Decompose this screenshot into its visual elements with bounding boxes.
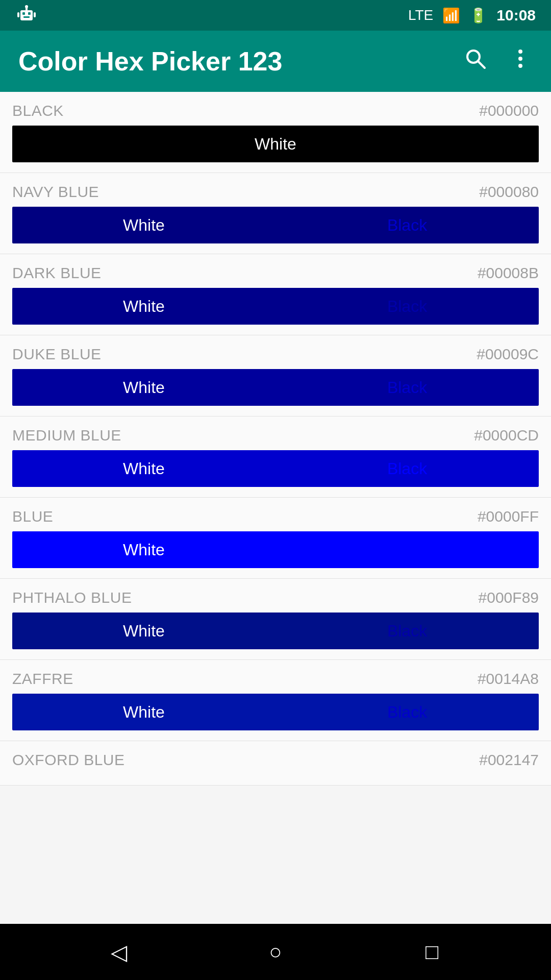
color-name: OXFORD BLUE	[12, 751, 125, 769]
recent-button[interactable]: □	[412, 932, 453, 972]
color-swatch: WhiteBlack	[12, 531, 539, 568]
swatch-text-white: White	[12, 694, 276, 730]
svg-point-12	[518, 64, 522, 68]
home-button[interactable]: ○	[255, 932, 296, 972]
color-header: NAVY BLUE#000080	[12, 183, 539, 201]
color-swatch: WhiteBlack	[12, 694, 539, 730]
swatch-text-black: Black	[276, 450, 539, 487]
color-swatch: WhiteBlack	[12, 207, 539, 243]
color-header: MEDIUM BLUE#0000CD	[12, 427, 539, 444]
status-bar-left	[15, 3, 38, 28]
app-title: Color Hex Picker 123	[18, 46, 463, 77]
battery-icon: 🔋	[469, 7, 487, 24]
color-swatch: WhiteBlack	[12, 450, 539, 487]
swatch-text-white: White	[12, 126, 539, 162]
color-header: BLACK#000000	[12, 102, 539, 119]
color-hex: #000F89	[479, 589, 539, 606]
app-bar-actions	[463, 46, 533, 76]
svg-rect-6	[17, 12, 19, 17]
app-bar: Color Hex Picker 123	[0, 31, 551, 92]
color-hex: #00009C	[477, 346, 539, 363]
color-name: DUKE BLUE	[12, 346, 102, 363]
svg-point-5	[25, 5, 28, 8]
color-name: MEDIUM BLUE	[12, 427, 121, 444]
color-swatch: White	[12, 126, 539, 162]
color-hex: #0000CD	[474, 427, 539, 444]
color-item[interactable]: ZAFFRE#0014A8WhiteBlack	[0, 660, 551, 741]
color-header: DUKE BLUE#00009C	[12, 346, 539, 363]
color-header: PHTHALO BLUE#000F89	[12, 589, 539, 606]
color-name: ZAFFRE	[12, 670, 73, 688]
more-vertical-icon	[508, 46, 533, 71]
search-button[interactable]	[463, 46, 488, 76]
color-header: ZAFFRE#0014A8	[12, 670, 539, 688]
color-hex: #00008B	[478, 264, 539, 282]
color-swatch: WhiteBlack	[12, 288, 539, 325]
color-swatch: WhiteBlack	[12, 612, 539, 649]
swatch-text-black: Black	[276, 531, 539, 568]
swatch-text-white: White	[12, 612, 276, 649]
swatch-text-black: Black	[276, 694, 539, 730]
color-item[interactable]: PHTHALO BLUE#000F89WhiteBlack	[0, 579, 551, 660]
color-hex: #002147	[479, 751, 539, 769]
color-item[interactable]: DUKE BLUE#00009CWhiteBlack	[0, 335, 551, 416]
svg-rect-0	[20, 10, 33, 20]
lte-icon: LTE	[408, 7, 433, 23]
color-header: BLUE#0000FF	[12, 508, 539, 525]
svg-line-9	[478, 61, 485, 68]
svg-point-11	[518, 57, 522, 61]
swatch-text-black: Black	[276, 612, 539, 649]
svg-rect-3	[23, 16, 30, 18]
color-list: BLACK#000000WhiteNAVY BLUE#000080WhiteBl…	[0, 92, 551, 924]
svg-point-10	[518, 50, 522, 54]
back-button[interactable]: ◁	[98, 932, 139, 972]
color-hex: #0014A8	[478, 670, 539, 688]
color-hex: #000080	[479, 183, 539, 201]
swatch-text-white: White	[12, 207, 276, 243]
swatch-text-white: White	[12, 450, 276, 487]
search-icon	[463, 46, 488, 71]
color-item[interactable]: NAVY BLUE#000080WhiteBlack	[0, 173, 551, 254]
color-header: OXFORD BLUE#002147	[12, 751, 539, 769]
svg-rect-2	[28, 12, 31, 15]
swatch-text-black: Black	[276, 207, 539, 243]
more-button[interactable]	[508, 46, 533, 76]
color-name: PHTHALO BLUE	[12, 589, 132, 606]
color-swatch: WhiteBlack	[12, 369, 539, 406]
svg-rect-7	[34, 12, 36, 17]
color-item[interactable]: MEDIUM BLUE#0000CDWhiteBlack	[0, 416, 551, 498]
color-item[interactable]: DARK BLUE#00008BWhiteBlack	[0, 254, 551, 335]
color-item[interactable]: OXFORD BLUE#002147	[0, 741, 551, 786]
color-item[interactable]: BLUE#0000FFWhiteBlack	[0, 498, 551, 579]
svg-rect-1	[22, 12, 25, 15]
swatch-text-white: White	[12, 369, 276, 406]
color-header: DARK BLUE#00008B	[12, 264, 539, 282]
color-name: DARK BLUE	[12, 264, 102, 282]
color-hex: #0000FF	[478, 508, 539, 525]
color-item[interactable]: BLACK#000000White	[0, 92, 551, 173]
robot-icon	[15, 3, 38, 26]
signal-icon: 📶	[442, 7, 460, 24]
color-name: NAVY BLUE	[12, 183, 99, 201]
nav-bar: ◁ ○ □	[0, 924, 551, 980]
color-hex: #000000	[479, 102, 539, 119]
swatch-text-black: Black	[276, 369, 539, 406]
color-name: BLUE	[12, 508, 53, 525]
status-bar: LTE 📶 🔋 10:08	[0, 0, 551, 31]
color-name: BLACK	[12, 102, 64, 119]
status-time: 10:08	[496, 7, 536, 24]
swatch-text-white: White	[12, 531, 276, 568]
swatch-text-white: White	[12, 288, 276, 325]
swatch-text-black: Black	[276, 288, 539, 325]
